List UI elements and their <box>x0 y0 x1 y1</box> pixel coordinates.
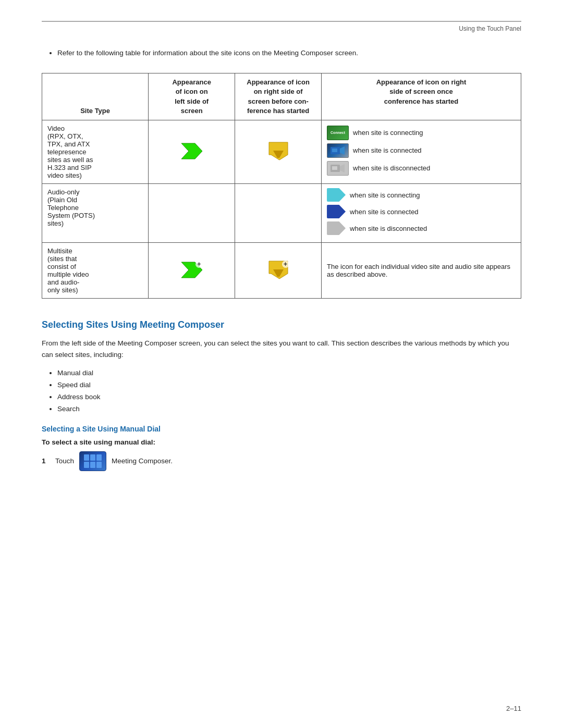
video-site-type: Video(RPX, OTX,TPX, and ATXtelepresences… <box>42 120 149 184</box>
video-connecting-row: Connect when site is connecting <box>327 126 516 140</box>
video-right-conf-icons: Connect when site is connecting <box>322 120 521 184</box>
video-connecting-icon: Connect <box>327 126 349 140</box>
intro-section: Refer to the following table for informa… <box>57 48 521 58</box>
step-1-number: 1 <box>42 457 50 465</box>
yellow-arrow-preconf-icon <box>267 141 290 161</box>
bullet-speed-dial: Speed dial <box>57 379 521 391</box>
multisite-right-conf-text: The icon for each individual video site … <box>322 243 521 299</box>
intro-bullet-item: Refer to the following table for informa… <box>57 48 521 58</box>
multisite-site-type: Multisite(sites thatconsist ofmultiple v… <box>42 243 149 299</box>
svg-marker-4 <box>340 146 345 155</box>
sub-heading-manual-dial: Selecting a Site Using Manual Dial <box>42 425 521 433</box>
audio-connected-icon <box>327 205 346 218</box>
audio-right-conf-icons: when site is connecting when site is con… <box>322 184 521 243</box>
audio-disconnected-label: when site is disconnected <box>350 225 427 232</box>
multisite-right-preconf-icon: + <box>267 260 290 281</box>
site-icons-table: Site Type Appearance of icon on left sid… <box>42 73 521 299</box>
audio-connected-label: when site is connected <box>350 208 419 216</box>
video-connected-icon-svg <box>331 146 345 155</box>
svg-marker-0 <box>181 143 202 159</box>
step-1-row: 1 Touch Meeting Composer. <box>42 451 521 471</box>
col-header-site-type: Site Type <box>42 73 149 120</box>
svg-rect-8 <box>332 166 337 170</box>
section-bullets: Manual dial Speed dial Address book Sear… <box>57 367 521 415</box>
audio-connecting-label: when site is connecting <box>350 191 420 199</box>
video-connected-icon <box>327 143 349 158</box>
col-header-right-conference: Appearance of icon on right side of scre… <box>322 73 521 120</box>
svg-marker-7 <box>340 164 345 172</box>
video-connected-row: when site is connected <box>327 143 516 158</box>
video-disconnected-label: when site is disconnected <box>353 164 430 172</box>
video-connected-label: when site is connected <box>353 146 422 154</box>
col-header-appearance-right: Appearance of icon on right side of scre… <box>235 73 322 120</box>
yellow-plus-badge: + <box>282 261 289 268</box>
video-disconnected-icon-svg <box>331 164 345 173</box>
instruction-heading: To select a site using manual dial: <box>42 438 521 446</box>
multisite-left-icon-cell: + <box>149 243 235 299</box>
page-header: Using the Touch Panel <box>42 21 521 32</box>
bullet-search: Search <box>57 403 521 415</box>
plus-badge: + <box>195 261 203 268</box>
bullet-manual-dial: Manual dial <box>57 367 521 379</box>
header-text: Using the Touch Panel <box>459 25 521 32</box>
table-row-audio: Audio-only(Plain OldTelephoneSystem (POT… <box>42 184 521 243</box>
audio-right-preconf-icon-cell <box>235 184 322 243</box>
step-1-label: Meeting Composer. <box>112 457 173 465</box>
video-right-preconf-icon-cell <box>235 120 322 184</box>
multisite-right-preconf-icon-cell: + <box>235 243 322 299</box>
audio-connected-row: when site is connected <box>327 205 516 218</box>
selecting-sites-section: Selecting Sites Using Meeting Composer F… <box>42 319 521 471</box>
green-arrow-left-icon <box>180 141 203 161</box>
audio-disconnected-icon <box>327 221 346 235</box>
meeting-composer-icon[interactable] <box>79 451 106 471</box>
video-disconnected-row: when site is disconnected <box>327 161 516 176</box>
video-left-icon-cell <box>149 120 235 184</box>
table-row-video: Video(RPX, OTX,TPX, and ATXtelepresences… <box>42 120 521 184</box>
section-heading: Selecting Sites Using Meeting Composer <box>42 319 521 330</box>
page-number: 2–11 <box>506 705 521 712</box>
svg-rect-5 <box>332 149 337 152</box>
bullet-address-book: Address book <box>57 391 521 403</box>
audio-connecting-row: when site is connecting <box>327 188 516 202</box>
audio-connecting-icon <box>327 188 346 202</box>
section-intro-text: From the left side of the Meeting Compos… <box>42 338 521 360</box>
video-connecting-label: when site is connecting <box>353 129 423 137</box>
page-container: Using the Touch Panel Refer to the follo… <box>0 0 563 728</box>
table-row-multisite: Multisite(sites thatconsist ofmultiple v… <box>42 243 521 299</box>
step-1-touch-text: Touch <box>55 457 74 465</box>
audio-site-type: Audio-only(Plain OldTelephoneSystem (POT… <box>42 184 149 243</box>
col-header-appearance-left: Appearance of icon on left side of scree… <box>149 73 235 120</box>
meeting-composer-icon-grid <box>84 454 102 468</box>
audio-left-icon-cell <box>149 184 235 243</box>
audio-disconnected-row: when site is disconnected <box>327 221 516 235</box>
multisite-left-icon: + <box>180 260 203 281</box>
video-disconnected-icon <box>327 161 349 176</box>
